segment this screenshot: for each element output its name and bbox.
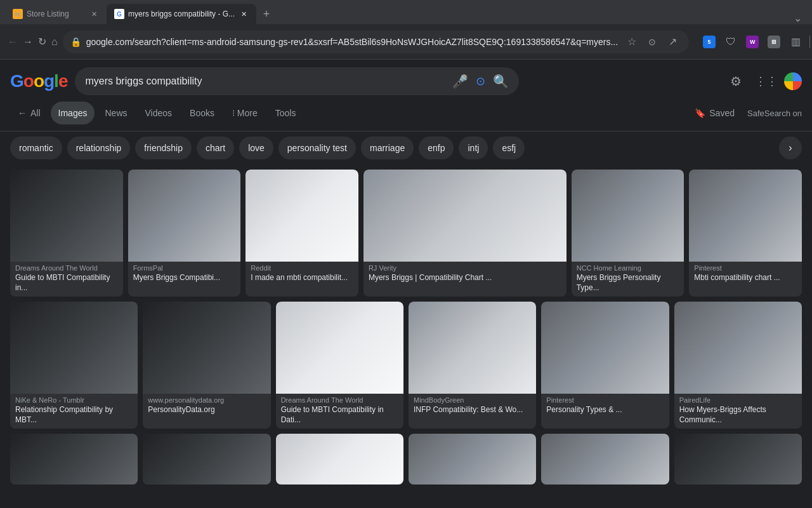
chip-friendship-label: friendship	[144, 143, 183, 153]
address-bar: ← → ↻ ⌂ 🔒 google.com/search?client=ms-an…	[0, 24, 812, 60]
image-thumb-3-3	[276, 434, 403, 485]
image-source-2-2: www.personalitydata.org	[148, 396, 265, 404]
back-button[interactable]: ←	[8, 32, 18, 52]
image-item-3-2[interactable]	[143, 434, 270, 485]
chip-esfj[interactable]: esfj	[493, 137, 525, 159]
image-title-2-2: PersonalityData.org	[148, 405, 265, 415]
share-button[interactable]: ↗	[664, 33, 681, 51]
chips-next-button[interactable]: ›	[779, 137, 802, 159]
image-thumb-1-6	[689, 170, 802, 262]
image-item-2-4[interactable]: MindBodyGreen INFP Compatibility: Best &…	[409, 302, 536, 429]
image-item-3-3[interactable]	[276, 434, 403, 485]
image-title-1-3: I made an mbti compatibilit...	[251, 273, 353, 283]
image-item-1-1[interactable]: Dreams Around The World Guide to MBTI Co…	[10, 170, 123, 297]
toolbar-divider	[809, 36, 810, 48]
image-thumb-3-1	[10, 434, 138, 485]
google-apps-button[interactable]: ⋮⋮	[754, 69, 779, 94]
image-thumb-3-4	[409, 434, 536, 485]
filter-tab-news[interactable]: News	[97, 102, 134, 124]
chip-personality-test[interactable]: personality test	[278, 137, 356, 159]
tab-dropdown-button[interactable]: ⌄	[789, 12, 807, 24]
chip-romantic[interactable]: romantic	[10, 137, 62, 159]
chip-enfp[interactable]: enfp	[419, 137, 454, 159]
search-box[interactable]: myers briggs compatibility 🎤 ⊙ 🔍	[75, 67, 519, 95]
chip-chart[interactable]: chart	[197, 137, 234, 159]
ext-badge-1: ⊞	[768, 36, 780, 48]
image-item-1-2[interactable]: FormsPal Myers Briggs Compatibi...	[128, 170, 241, 297]
shield-button[interactable]: 🛡	[721, 32, 741, 52]
puzzle-button[interactable]: ⊞	[764, 32, 784, 52]
tab-store[interactable]: 🛍 Store Listing ✕	[5, 4, 107, 24]
extension-badge-1: 5	[703, 36, 716, 48]
google-settings-button[interactable]: ⚙	[723, 69, 749, 94]
google-profile-avatar[interactable]	[784, 72, 802, 90]
google-search-bar: Google myers briggs compatibility 🎤 ⊙ 🔍 …	[0, 60, 812, 95]
address-input-wrap[interactable]: 🔒 google.com/search?client=ms-android-sa…	[63, 30, 689, 53]
home-button[interactable]: ⌂	[51, 32, 58, 52]
tab-google-title: myers briggs compatibility - G...	[128, 10, 235, 18]
address-text: google.com/search?client=ms-android-sams…	[86, 37, 618, 47]
image-title-2-1: Relationship Compatibility by MBT...	[15, 405, 133, 425]
tools-label: Tools	[275, 108, 296, 118]
image-item-2-3[interactable]: Dreams Around The World Guide to MBTI Co…	[276, 302, 403, 429]
tools-button[interactable]: Tools	[268, 102, 304, 124]
google-lens-icon[interactable]: ⊙	[476, 74, 485, 88]
chip-friendship[interactable]: friendship	[135, 137, 192, 159]
image-thumb-2-3	[276, 302, 403, 394]
filter-tab-books[interactable]: Books	[182, 102, 222, 124]
image-item-2-1[interactable]: NiKe & NeRo - Tumblr Relationship Compat…	[10, 302, 138, 429]
search-submit-icon[interactable]: 🔍	[493, 74, 509, 89]
chip-intj[interactable]: intj	[459, 137, 488, 159]
filter-tab-all[interactable]: ← All	[10, 102, 48, 124]
image-title-2-4: INFP Compatibility: Best & Wo...	[414, 405, 531, 415]
chip-esfj-label: esfj	[502, 143, 516, 153]
image-title-1-1: Guide to MBTI Compatibility in...	[15, 273, 118, 293]
chip-relationship[interactable]: relationship	[67, 137, 131, 159]
saved-label: Saved	[709, 108, 735, 118]
microphone-icon[interactable]: 🎤	[452, 74, 468, 89]
new-tab-button[interactable]: +	[256, 4, 277, 24]
image-item-2-2[interactable]: www.personalitydata.org PersonalityData.…	[143, 302, 270, 429]
image-item-1-5[interactable]: NCC Home Learning Myers Briggs Personali…	[572, 170, 684, 297]
image-item-1-4[interactable]: RJ Verity Myers Briggs | Compatibility C…	[363, 170, 566, 297]
refresh-button[interactable]: ↻	[38, 32, 46, 52]
filter-tab-news-label: News	[105, 108, 127, 118]
filter-bar: ← All Images News Videos Books ⁝ More To…	[0, 95, 812, 131]
image-thumb-1-2	[128, 170, 241, 262]
tab-google[interactable]: G myers briggs compatibility - G... ✕	[107, 4, 256, 24]
forward-button[interactable]: →	[23, 32, 33, 52]
saved-button[interactable]: 🔖 Saved	[690, 105, 740, 121]
image-item-1-3[interactable]: Reddit I made an mbti compatibilit...	[246, 170, 358, 297]
image-info-2-5: Pinterest Personality Types & ...	[541, 394, 669, 419]
logo-o2: o	[34, 71, 44, 91]
wallet-button[interactable]: W	[742, 32, 763, 52]
image-source-1-4: RJ Verity	[369, 264, 561, 272]
image-title-2-3: Guide to MBTI Compatibility in Dati...	[281, 405, 398, 425]
image-item-3-6[interactable]	[674, 434, 802, 485]
tab-google-close[interactable]: ✕	[239, 9, 249, 19]
image-item-2-5[interactable]: Pinterest Personality Types & ...	[541, 302, 669, 429]
chip-love[interactable]: love	[239, 137, 273, 159]
image-info-2-3: Dreams Around The World Guide to MBTI Co…	[276, 394, 403, 429]
bookmark-icon: 🔖	[695, 108, 705, 118]
bookmark-star-button[interactable]: ☆	[623, 33, 641, 51]
lens-button[interactable]: ⊙	[643, 33, 661, 51]
image-item-3-4[interactable]	[409, 434, 536, 485]
image-item-3-1[interactable]	[10, 434, 138, 485]
filter-tab-more[interactable]: ⁝ More	[225, 102, 265, 124]
image-thumb-3-6	[674, 434, 802, 485]
chip-romantic-label: romantic	[19, 143, 53, 153]
tab-store-close[interactable]: ✕	[89, 9, 99, 19]
filter-tab-images[interactable]: Images	[51, 102, 95, 124]
filter-tab-videos[interactable]: Videos	[138, 102, 180, 124]
chip-marriage[interactable]: marriage	[361, 137, 414, 159]
sidebar-button[interactable]: ▥	[785, 32, 806, 52]
image-item-1-6[interactable]: Pinterest Mbti compatibility chart ...	[689, 170, 802, 297]
image-item-3-5[interactable]	[541, 434, 669, 485]
chip-intj-label: intj	[468, 143, 479, 153]
image-info-2-4: MindBodyGreen INFP Compatibility: Best &…	[409, 394, 536, 419]
extensions-button[interactable]: 5	[699, 32, 719, 52]
wallet-badge: W	[746, 36, 759, 48]
filter-tab-books-label: Books	[190, 108, 214, 118]
image-item-2-6[interactable]: PairedLife How Myers-Briggs Affects Comm…	[674, 302, 802, 429]
